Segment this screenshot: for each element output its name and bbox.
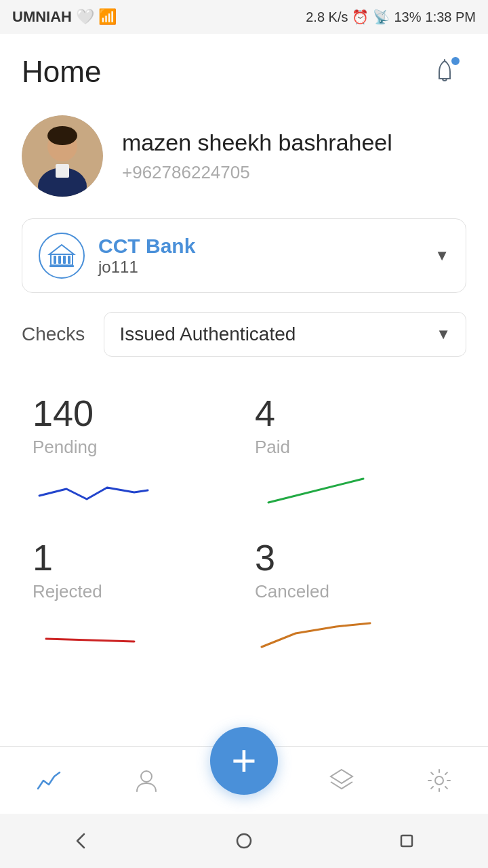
signal-icon: 📶 (98, 8, 117, 26)
checks-label: Checks (22, 323, 85, 345)
svg-rect-4 (56, 164, 69, 178)
svg-point-2 (47, 126, 77, 145)
checks-dropdown-arrow-icon: ▼ (436, 326, 451, 343)
time-text: 1:38 PM (426, 9, 476, 25)
svg-rect-16 (401, 835, 412, 846)
speed-text: 2.8 K/s (306, 9, 348, 25)
svg-rect-6 (54, 256, 56, 264)
nav-item-settings[interactable] (405, 753, 473, 808)
app-header: Home (0, 34, 488, 104)
stat-rejected-label: Rejected (33, 581, 233, 602)
heart-icon: 🤍 (76, 8, 94, 26)
notification-button[interactable] (423, 50, 466, 94)
stat-paid-label: Paid (255, 437, 455, 458)
profile-name: mazen sheekh bashraheel (122, 129, 392, 157)
profile-phone: +962786224705 (122, 162, 392, 183)
svg-rect-7 (58, 256, 61, 264)
svg-point-12 (141, 771, 152, 782)
bank-selector[interactable]: CCT Bank jo111 ▼ (22, 218, 466, 293)
stat-canceled-value: 3 (255, 539, 455, 576)
canceled-chart (255, 613, 377, 654)
svg-rect-8 (63, 256, 66, 264)
svg-marker-13 (331, 770, 352, 783)
checks-dropdown[interactable]: Issued Authenticated ▼ (104, 312, 466, 357)
notification-dot (450, 56, 461, 66)
checks-filter-row: Checks Issued Authenticated ▼ (0, 312, 488, 378)
stat-pending-value: 140 (33, 395, 233, 431)
pending-chart (33, 469, 155, 509)
nav-item-profile[interactable] (113, 753, 180, 808)
battery-text: 13% (394, 9, 421, 25)
carrier-text: UMNIAH (12, 8, 72, 26)
android-home-button[interactable] (203, 821, 285, 861)
avatar-image (22, 115, 103, 197)
stat-pending-label: Pending (33, 437, 233, 458)
stats-grid: 140 Pending 4 Paid 1 Rejected 3 Canceled (0, 378, 488, 667)
profile-info: mazen sheekh bashraheel +962786224705 (122, 129, 392, 183)
stat-canceled: 3 Canceled (244, 523, 466, 667)
svg-marker-10 (49, 245, 74, 254)
svg-rect-11 (49, 265, 74, 267)
bank-icon-wrapper (39, 233, 85, 279)
analytics-icon (34, 766, 64, 795)
bank-icon (47, 241, 77, 271)
stat-canceled-label: Canceled (255, 581, 455, 602)
svg-point-14 (435, 776, 443, 785)
bank-dropdown-arrow: ▼ (434, 247, 449, 264)
stat-pending: 140 Pending (22, 378, 244, 523)
nav-item-layers[interactable] (308, 753, 375, 808)
carrier-info: UMNIAH 🤍 📶 (12, 8, 117, 26)
avatar (22, 115, 103, 197)
bank-name: CCT Bank (98, 235, 421, 258)
android-nav (0, 814, 488, 868)
recents-icon (394, 829, 419, 853)
nav-item-analytics[interactable] (15, 753, 83, 808)
bank-info: CCT Bank jo111 (98, 235, 421, 277)
stat-paid-value: 4 (255, 395, 455, 431)
checks-selected-option: Issued Authenticated (119, 323, 296, 345)
alarm-icon: ⏰ (352, 9, 369, 25)
bank-id: jo111 (98, 258, 421, 277)
fab-plus-icon: + (231, 739, 256, 783)
settings-icon (424, 766, 454, 795)
android-back-button[interactable] (41, 821, 122, 861)
android-recents-button[interactable] (366, 821, 447, 861)
status-right: 2.8 K/s ⏰ 📡 13% 1:38 PM (306, 9, 476, 25)
fab-add-button[interactable]: + (210, 727, 278, 795)
svg-rect-9 (68, 256, 70, 264)
status-bar: UMNIAH 🤍 📶 2.8 K/s ⏰ 📡 13% 1:38 PM (0, 0, 488, 34)
back-icon (69, 829, 94, 853)
profile-section: mazen sheekh bashraheel +962786224705 (0, 104, 488, 213)
wifi-icon: 📡 (373, 9, 390, 25)
rejected-chart (33, 613, 155, 654)
stat-rejected: 1 Rejected (22, 523, 244, 667)
stat-rejected-value: 1 (33, 539, 233, 576)
layers-icon (327, 766, 357, 795)
stat-paid: 4 Paid (244, 378, 466, 523)
home-icon (232, 829, 256, 853)
page-title: Home (22, 55, 101, 89)
paid-chart (255, 469, 377, 509)
svg-point-15 (237, 834, 251, 848)
profile-icon (131, 766, 161, 795)
